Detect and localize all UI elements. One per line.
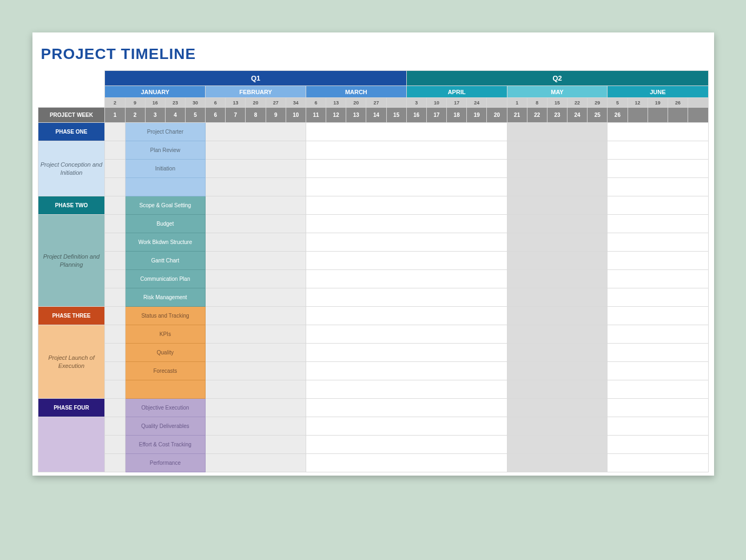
week-cell[interactable]: 1: [105, 108, 125, 123]
cell[interactable]: [608, 160, 708, 178]
cell[interactable]: [105, 288, 125, 307]
date-cell[interactable]: 30: [186, 98, 206, 108]
cell[interactable]: [608, 196, 708, 215]
cell[interactable]: [206, 141, 306, 160]
cell[interactable]: [306, 123, 507, 141]
task-bar[interactable]: Quality: [125, 344, 206, 362]
cell[interactable]: [507, 215, 608, 233]
task-bar[interactable]: Forecasts: [125, 362, 206, 380]
week-cell[interactable]: 24: [567, 108, 587, 123]
date-cell[interactable]: 22: [567, 98, 587, 108]
cell[interactable]: [206, 362, 306, 380]
cell[interactable]: [306, 344, 507, 362]
cell[interactable]: [608, 362, 708, 380]
cell[interactable]: [306, 362, 507, 380]
date-cell[interactable]: [487, 98, 507, 108]
cell[interactable]: [105, 344, 125, 362]
week-cell[interactable]: 21: [507, 108, 527, 123]
cell[interactable]: [507, 436, 608, 454]
date-cell[interactable]: [688, 98, 708, 108]
date-cell[interactable]: 17: [447, 98, 467, 108]
cell[interactable]: [507, 344, 608, 362]
cell[interactable]: [608, 141, 708, 160]
cell[interactable]: [507, 399, 608, 417]
cell[interactable]: [105, 417, 125, 436]
cell[interactable]: [507, 454, 608, 472]
date-cell[interactable]: 13: [226, 98, 246, 108]
date-cell[interactable]: 27: [266, 98, 286, 108]
cell[interactable]: [105, 399, 125, 417]
cell[interactable]: [507, 380, 608, 399]
cell[interactable]: [306, 233, 507, 252]
cell[interactable]: [206, 307, 306, 325]
date-cell[interactable]: 15: [547, 98, 567, 108]
cell[interactable]: [608, 288, 708, 307]
week-cell[interactable]: 23: [547, 108, 567, 123]
date-cell[interactable]: 19: [648, 98, 668, 108]
week-cell[interactable]: 12: [326, 108, 346, 123]
week-cell[interactable]: 19: [467, 108, 487, 123]
cell[interactable]: [507, 196, 608, 215]
cell[interactable]: [306, 178, 507, 196]
cell[interactable]: [507, 417, 608, 436]
date-cell[interactable]: 9: [125, 98, 145, 108]
date-cell[interactable]: 2: [105, 98, 125, 108]
week-cell[interactable]: 15: [386, 108, 406, 123]
task-bar[interactable]: Quality Deliverables: [125, 417, 206, 436]
cell[interactable]: [507, 233, 608, 252]
date-cell[interactable]: [386, 98, 406, 108]
week-cell[interactable]: 8: [246, 108, 266, 123]
date-cell[interactable]: 5: [608, 98, 628, 108]
cell[interactable]: [206, 399, 306, 417]
week-cell[interactable]: 2: [125, 108, 145, 123]
date-cell[interactable]: 3: [406, 98, 426, 108]
cell[interactable]: [206, 325, 306, 344]
task-bar[interactable]: KPIs: [125, 325, 206, 344]
cell[interactable]: [306, 436, 507, 454]
date-cell[interactable]: 1: [507, 98, 527, 108]
cell[interactable]: [507, 288, 608, 307]
cell[interactable]: [206, 215, 306, 233]
week-cell[interactable]: 10: [286, 108, 306, 123]
cell[interactable]: [206, 417, 306, 436]
cell[interactable]: [206, 160, 306, 178]
task-bar[interactable]: Communication Plan: [125, 270, 206, 288]
cell[interactable]: [507, 178, 608, 196]
task-bar[interactable]: [125, 178, 206, 196]
week-cell[interactable]: 26: [608, 108, 628, 123]
week-cell[interactable]: [628, 108, 648, 123]
cell[interactable]: [105, 215, 125, 233]
week-cell[interactable]: 14: [366, 108, 386, 123]
cell[interactable]: [105, 436, 125, 454]
week-cell[interactable]: [648, 108, 668, 123]
week-cell[interactable]: [688, 108, 708, 123]
cell[interactable]: [306, 252, 507, 270]
date-cell[interactable]: 10: [426, 98, 446, 108]
cell[interactable]: [206, 252, 306, 270]
week-cell[interactable]: 9: [266, 108, 286, 123]
task-bar[interactable]: Scope & Goal Setting: [125, 196, 206, 215]
date-cell[interactable]: 16: [145, 98, 165, 108]
cell[interactable]: [608, 436, 708, 454]
week-cell[interactable]: 7: [226, 108, 246, 123]
cell[interactable]: [507, 141, 608, 160]
task-bar[interactable]: Effort & Cost Tracking: [125, 436, 206, 454]
cell[interactable]: [206, 436, 306, 454]
week-cell[interactable]: 17: [426, 108, 446, 123]
cell[interactable]: [206, 380, 306, 399]
cell[interactable]: [306, 325, 507, 344]
date-cell[interactable]: 34: [286, 98, 306, 108]
cell[interactable]: [105, 362, 125, 380]
week-cell[interactable]: 3: [145, 108, 165, 123]
date-cell[interactable]: 20: [246, 98, 266, 108]
date-cell[interactable]: 23: [165, 98, 185, 108]
date-cell[interactable]: 6: [306, 98, 326, 108]
cell[interactable]: [206, 196, 306, 215]
cell[interactable]: [105, 196, 125, 215]
task-bar[interactable]: Initiation: [125, 160, 206, 178]
cell[interactable]: [105, 307, 125, 325]
cell[interactable]: [507, 270, 608, 288]
cell[interactable]: [306, 399, 507, 417]
cell[interactable]: [306, 160, 507, 178]
cell[interactable]: [608, 270, 708, 288]
